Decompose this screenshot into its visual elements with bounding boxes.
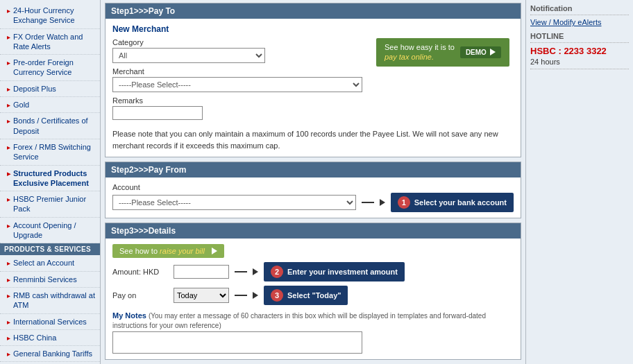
bullet-icon: ▸ bbox=[7, 6, 10, 15]
arrow-icon-3 bbox=[253, 292, 258, 299]
amount-input[interactable] bbox=[174, 265, 229, 279]
bullet-icon: ▸ bbox=[7, 85, 10, 94]
sidebar-item-account-opening[interactable]: ▸ Account Opening / Upgrade bbox=[0, 218, 100, 244]
notification-header: Notification bbox=[530, 4, 629, 15]
bullet-icon: ▸ bbox=[7, 33, 10, 42]
arrow-icon bbox=[490, 49, 496, 55]
step1-body: New Merchant Category All bbox=[106, 19, 521, 157]
account-label: Account bbox=[112, 183, 514, 191]
category-select[interactable]: All bbox=[112, 48, 265, 63]
bullet-icon: ▸ bbox=[7, 349, 10, 358]
merchant-label: Merchant bbox=[112, 67, 362, 76]
sidebar-item-forex[interactable]: ▸ Forex / RMB Switching Service bbox=[0, 139, 100, 166]
merchant-field: Merchant -----Please Select----- bbox=[112, 67, 362, 92]
bullet-icon: ▸ bbox=[7, 143, 10, 152]
step2-block: Step2>>>Pay From Account -----Please Sel… bbox=[105, 162, 521, 218]
view-modify-link[interactable]: View / Modify eAlerts bbox=[530, 18, 629, 26]
remarks-field: Remarks bbox=[112, 96, 362, 120]
amount-label: Amount: HKD bbox=[112, 268, 168, 276]
step1-block: Step1>>>Pay To New Merchant Category All bbox=[105, 3, 521, 157]
tax-banner-text: See how easy it is to pay tax online. bbox=[385, 42, 455, 62]
notice-text: Please note that you can only maintain a… bbox=[112, 128, 514, 151]
sidebar-item-gold[interactable]: ▸ Gold bbox=[0, 97, 100, 113]
bullet-icon: ▸ bbox=[7, 318, 10, 327]
hotline-hours: 24 hours bbox=[530, 58, 629, 69]
tooltip-number-2: 2 bbox=[271, 266, 283, 278]
bullet-icon: ▸ bbox=[7, 259, 10, 268]
right-sidebar: Notification View / Modify eAlerts HOTLI… bbox=[525, 0, 633, 364]
sidebar-item-deposit-plus[interactable]: ▸ Deposit Plus bbox=[0, 81, 100, 97]
payon-label: Pay on bbox=[112, 291, 168, 300]
bullet-icon: ▸ bbox=[7, 195, 10, 204]
sidebar-item-renminbi[interactable]: ▸ Renminbi Services bbox=[0, 272, 100, 288]
mynotes-input[interactable] bbox=[112, 331, 362, 354]
sidebar-item-bonds[interactable]: ▸ Bonds / Certificates of Deposit bbox=[0, 113, 100, 139]
raise-bill-banner[interactable]: See how to raise your bill bbox=[112, 244, 224, 258]
tooltip-number-1: 1 bbox=[398, 196, 410, 209]
bullet-icon: ▸ bbox=[7, 169, 10, 178]
demo-badge: DEMO bbox=[460, 46, 501, 58]
step3-block: Step3>>>Details See how to raise your bi… bbox=[105, 223, 521, 360]
merchant-select[interactable]: -----Please Select----- bbox=[112, 77, 362, 92]
connector-line-3 bbox=[235, 295, 247, 296]
payon-select[interactable]: Today bbox=[174, 288, 229, 303]
step3-header: Step3>>>Details bbox=[106, 223, 521, 239]
hotline-header: HOTLINE bbox=[530, 32, 629, 43]
sidebar-item-structured-products[interactable]: ▸ Structured Products Exclusive Placemen… bbox=[0, 166, 100, 192]
amount-row: Amount: HKD 2 Enter your investment amou… bbox=[112, 262, 514, 281]
sidebar-item-rmb-cash[interactable]: ▸ RMB cash withdrawal at ATM bbox=[0, 288, 100, 314]
sidebar-item-pre-order[interactable]: ▸ Pre-order Foreign Currency Service bbox=[0, 55, 100, 81]
account-select-row: -----Please Select----- 1 Select your ba… bbox=[112, 193, 514, 212]
step2-header: Step2>>>Pay From bbox=[106, 162, 521, 177]
step2-tooltip: 1 Select your bank account bbox=[391, 193, 514, 212]
step2-body: Account -----Please Select----- 1 Select… bbox=[106, 177, 521, 218]
sidebar-item-select-account[interactable]: ▸ Select an Account bbox=[0, 255, 100, 271]
step3-tooltip-today: 3 Select "Today" bbox=[264, 286, 348, 305]
bullet-icon: ▸ bbox=[7, 116, 10, 125]
products-services-header: PRODUCTS & SERVICES bbox=[0, 243, 100, 255]
arrow-icon bbox=[212, 248, 217, 254]
arrow-icon-2 bbox=[253, 268, 258, 275]
left-sidebar: ▸ 24-Hour Currency Exchange Service ▸ FX… bbox=[0, 0, 101, 364]
payon-row: Pay on Today 3 Select "Today" bbox=[112, 286, 514, 305]
sidebar-item-premier-junior[interactable]: ▸ HSBC Premier Junior Pack bbox=[0, 191, 100, 218]
connector-line-2 bbox=[235, 271, 247, 272]
tax-banner[interactable]: See how easy it is to pay tax online. DE… bbox=[376, 38, 509, 67]
sidebar-item-currency-exchange[interactable]: ▸ 24-Hour Currency Exchange Service bbox=[0, 3, 100, 29]
bullet-icon: ▸ bbox=[7, 291, 10, 300]
mynotes-label: My Notes bbox=[112, 311, 149, 320]
main-content: Step1>>>Pay To New Merchant Category All bbox=[101, 0, 525, 364]
bullet-icon: ▸ bbox=[7, 58, 10, 67]
category-label: Category bbox=[112, 38, 362, 46]
sidebar-item-tariffs[interactable]: ▸ General Banking Tariffs bbox=[0, 346, 100, 362]
mynotes-subtext: (You may enter a message of 60 character… bbox=[112, 312, 486, 329]
hotline-number: HSBC : 2233 3322 bbox=[530, 46, 629, 56]
remarks-input[interactable] bbox=[112, 106, 203, 120]
remarks-label: Remarks bbox=[112, 96, 362, 105]
bullet-icon: ▸ bbox=[7, 221, 10, 230]
bullet-icon: ▸ bbox=[7, 101, 10, 110]
arrow-icon bbox=[380, 199, 385, 206]
category-field: Category All bbox=[112, 38, 362, 63]
connector-line bbox=[362, 202, 374, 203]
step1-header: Step1>>>Pay To bbox=[106, 3, 521, 19]
new-merchant-title: New Merchant bbox=[112, 24, 514, 34]
sidebar-item-hsbc-china[interactable]: ▸ HSBC China bbox=[0, 330, 100, 346]
tooltip-number-3: 3 bbox=[271, 289, 283, 302]
step3-tooltip-amount: 2 Enter your investment amount bbox=[264, 262, 405, 281]
bullet-icon: ▸ bbox=[7, 275, 10, 284]
step3-body: See how to raise your bill Amount: HKD 2 bbox=[106, 239, 521, 359]
mynotes-section: My Notes (You may enter a message of 60 … bbox=[112, 311, 514, 354]
sidebar-item-fx-order[interactable]: ▸ FX Order Watch and Rate Alerts bbox=[0, 29, 100, 55]
sidebar-item-international[interactable]: ▸ International Services bbox=[0, 314, 100, 330]
bullet-icon: ▸ bbox=[7, 333, 10, 343]
account-select[interactable]: -----Please Select----- bbox=[112, 195, 356, 210]
